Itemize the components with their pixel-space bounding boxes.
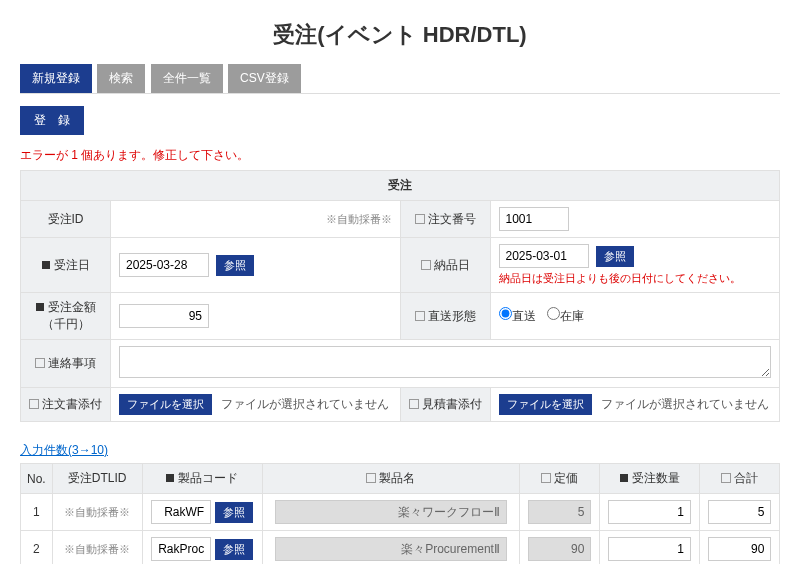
total-input[interactable] xyxy=(708,537,772,561)
cell-dtlid: ※自動採番※ xyxy=(52,494,142,531)
label-amount: 受注金額（千円） xyxy=(21,293,111,340)
label-ship-type: 直送形態 xyxy=(400,293,490,340)
label-order-attach: 注文書添付 xyxy=(21,388,111,422)
col-price: 定価 xyxy=(520,464,600,494)
memo-textarea[interactable] xyxy=(119,346,771,378)
ship-direct-label[interactable]: 直送 xyxy=(499,309,536,323)
form-caption: 受注 xyxy=(21,171,780,201)
detail-table: No. 受注DTLID 製品コード 製品名 定価 受注数量 合計 1※自動採番※… xyxy=(20,463,780,564)
amount-input[interactable] xyxy=(119,304,209,328)
code-input[interactable] xyxy=(151,537,211,561)
price-input xyxy=(528,500,592,524)
total-input[interactable] xyxy=(708,500,772,524)
error-summary: エラーが 1 個あります。修正して下さい。 xyxy=(20,147,780,164)
table-row: 2※自動採番※参照 xyxy=(21,531,780,565)
name-input xyxy=(275,500,507,524)
order-date-ref-button[interactable]: 参照 xyxy=(216,255,254,276)
order-form-table: 受注 受注ID ※自動採番※ 注文番号 受注日 参照 納品日 参照 納品日は受注… xyxy=(20,170,780,422)
auto-num-note: ※自動採番※ xyxy=(326,213,392,225)
col-no: No. xyxy=(21,464,53,494)
cell-dtlid: ※自動採番※ xyxy=(52,531,142,565)
code-input[interactable] xyxy=(151,500,211,524)
name-input xyxy=(275,537,507,561)
label-order-date: 受注日 xyxy=(21,238,111,293)
col-name: 製品名 xyxy=(262,464,519,494)
ship-direct-radio[interactable] xyxy=(499,307,512,320)
ship-stock-label[interactable]: 在庫 xyxy=(547,309,584,323)
quote-file-button[interactable]: ファイルを選択 xyxy=(499,394,592,415)
table-row: 1※自動採番※参照 xyxy=(21,494,780,531)
tab-search[interactable]: 検索 xyxy=(97,64,145,93)
qty-input[interactable] xyxy=(608,500,691,524)
label-quote-attach: 見積書添付 xyxy=(400,388,490,422)
row-count-link[interactable]: 入力件数(3→10) xyxy=(20,442,108,459)
due-date-input[interactable] xyxy=(499,244,589,268)
tab-new[interactable]: 新規登録 xyxy=(20,64,92,93)
label-memo: 連絡事項 xyxy=(21,340,111,388)
label-order-id: 受注ID xyxy=(21,201,111,238)
order-no-input[interactable] xyxy=(499,207,569,231)
code-ref-button[interactable]: 参照 xyxy=(215,502,253,523)
label-order-no: 注文番号 xyxy=(400,201,490,238)
col-code: 製品コード xyxy=(142,464,262,494)
order-file-status: ファイルが選択されていません xyxy=(221,397,389,411)
code-ref-button[interactable]: 参照 xyxy=(215,539,253,560)
label-due-date: 納品日 xyxy=(400,238,490,293)
due-date-error: 納品日は受注日よりも後の日付にしてください。 xyxy=(499,271,772,286)
col-total: 合計 xyxy=(700,464,780,494)
qty-input[interactable] xyxy=(608,537,691,561)
price-input xyxy=(528,537,592,561)
cell-no: 2 xyxy=(21,531,53,565)
order-date-input[interactable] xyxy=(119,253,209,277)
register-button[interactable]: 登 録 xyxy=(20,106,84,135)
tab-bar: 新規登録 検索 全件一覧 CSV登録 xyxy=(20,64,780,94)
col-qty: 受注数量 xyxy=(600,464,700,494)
col-dtlid: 受注DTLID xyxy=(52,464,142,494)
page-title: 受注(イベント HDR/DTL) xyxy=(20,20,780,50)
tab-all[interactable]: 全件一覧 xyxy=(151,64,223,93)
order-file-button[interactable]: ファイルを選択 xyxy=(119,394,212,415)
tab-csv[interactable]: CSV登録 xyxy=(228,64,301,93)
ship-stock-radio[interactable] xyxy=(547,307,560,320)
due-date-ref-button[interactable]: 参照 xyxy=(596,246,634,267)
cell-no: 1 xyxy=(21,494,53,531)
quote-file-status: ファイルが選択されていません xyxy=(601,397,769,411)
